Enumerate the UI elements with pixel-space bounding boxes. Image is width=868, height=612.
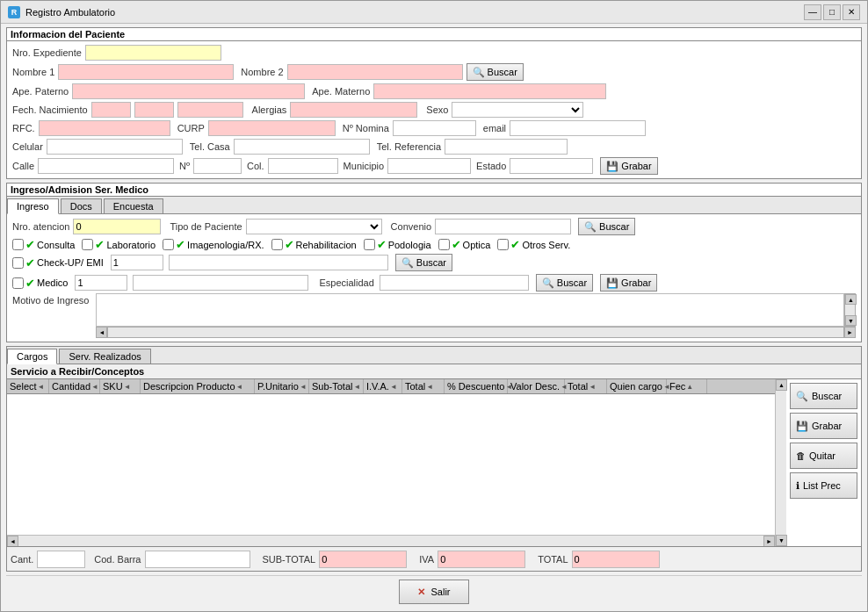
nro-atencion-input[interactable] — [73, 219, 161, 234]
nombre2-input[interactable] — [287, 64, 463, 80]
convenio-input[interactable] — [435, 219, 571, 234]
chk-medico[interactable] — [12, 277, 24, 289]
calle-input[interactable] — [38, 158, 174, 174]
fech-mes-input[interactable] — [134, 102, 174, 118]
th-total[interactable]: Total◄ — [402, 379, 445, 393]
th-cantidad[interactable]: Cantidad◄ — [49, 379, 100, 393]
chk-checkup[interactable] — [12, 257, 24, 269]
chk-podologia[interactable] — [364, 239, 375, 250]
th-sku[interactable]: SKU◄ — [100, 379, 141, 393]
grabar-patient-button[interactable]: 💾 Grabar — [600, 157, 657, 175]
hscroll-right-btn[interactable]: ► — [763, 536, 775, 546]
grabar-admission-button[interactable]: 💾 Grabar — [600, 274, 657, 292]
list-prec-button[interactable]: ℹ List Prec — [790, 472, 857, 499]
scroll-right-btn[interactable]: ► — [844, 327, 856, 338]
medico-num-input[interactable] — [75, 275, 127, 291]
tab-ingreso[interactable]: Ingreso — [7, 198, 59, 214]
th-valor-desc[interactable]: Valor Desc.◄ — [508, 379, 565, 393]
email-input[interactable] — [510, 120, 646, 136]
window-title: Registro Ambulatorio — [25, 7, 115, 18]
right-buttons-panel: 🔍 Buscar 💾 Grabar 🗑 Quitar ℹ — [786, 379, 861, 546]
rfc-input[interactable] — [39, 120, 170, 136]
nomina-input[interactable] — [393, 120, 476, 136]
chk-laboratorio[interactable] — [82, 239, 93, 250]
th-fec[interactable]: Fec▲ — [667, 379, 707, 393]
buscar-service-button[interactable]: 🔍 Buscar — [790, 383, 857, 409]
col-input[interactable] — [268, 158, 338, 174]
fech-nacimiento-label: Fech. Nacimiento — [12, 104, 88, 115]
tab-docs[interactable]: Docs — [61, 198, 102, 213]
alergias-input[interactable] — [290, 102, 417, 118]
th-subtotal[interactable]: Sub-Total◄ — [309, 379, 364, 393]
th-punitario[interactable]: P.Unitario◄ — [255, 379, 309, 393]
service-content: Servicio a Recibir/Conceptos Select◄ Can… — [7, 364, 861, 571]
ape-paterno-input[interactable] — [72, 83, 305, 99]
checkup-name-input[interactable] — [169, 255, 388, 270]
sexo-select[interactable]: Masculino Femenino — [452, 102, 583, 118]
th-descuento[interactable]: % Descuento◄ — [445, 379, 508, 393]
ape-materno-input[interactable] — [373, 83, 606, 99]
scroll-down-btn[interactable]: ▼ — [845, 315, 857, 326]
th-total2[interactable]: Total◄ — [565, 379, 607, 393]
buscar-convenio-button[interactable]: 🔍 Buscar — [578, 218, 635, 235]
nro-dir-input[interactable] — [193, 158, 242, 174]
quitar-button[interactable]: 🗑 Quitar — [790, 443, 857, 469]
fech-anio-input[interactable] — [177, 102, 243, 118]
tel-referencia-label: Tel. Referencia — [377, 141, 441, 152]
alergias-label: Alergias — [252, 104, 287, 115]
estado-input[interactable] — [510, 158, 593, 174]
tab-cargos[interactable]: Cargos — [7, 349, 57, 364]
tipo-paciente-label: Tipo de Paciente — [170, 221, 242, 232]
buscar-button[interactable]: 🔍 Buscar — [467, 63, 524, 81]
motivo-scrollbar-v[interactable]: ▲ ▼ — [844, 293, 856, 327]
total-input[interactable] — [572, 551, 660, 568]
motivo-textarea[interactable] — [96, 293, 844, 327]
medico-name-input[interactable] — [133, 275, 308, 291]
scroll-left-btn[interactable]: ◄ — [96, 327, 107, 338]
chk-consulta[interactable] — [12, 239, 24, 250]
main-window: R Registro Ambulatorio — □ ✕ Informacion… — [0, 0, 868, 612]
tipo-paciente-select[interactable] — [246, 219, 382, 234]
especialidad-input[interactable] — [380, 275, 529, 291]
grabar-service-button[interactable]: 💾 Grabar — [790, 413, 857, 439]
buscar-checkup-button[interactable]: 🔍 Buscar — [395, 254, 452, 271]
subtotal-input[interactable] — [319, 551, 407, 568]
tel-casa-input[interactable] — [234, 139, 370, 155]
search-icon2: 🔍 — [584, 220, 597, 233]
checkup-num-input[interactable] — [111, 255, 163, 270]
chk-imagenologia[interactable] — [163, 239, 174, 250]
close-button[interactable]: ✕ — [843, 4, 860, 20]
rfc-row: RFC. CURP Nº Nomina email — [12, 120, 856, 136]
municipio-input[interactable] — [387, 158, 471, 174]
th-select[interactable]: Select◄ — [7, 379, 49, 393]
title-bar: R Registro Ambulatorio — □ ✕ — [1, 1, 867, 24]
ape-materno-label: Ape. Materno — [312, 86, 370, 97]
hscroll-left-btn[interactable]: ◄ — [7, 536, 18, 546]
checkbox-imagenologia: ✔ Imagenologia/RX. — [163, 238, 264, 251]
salir-button[interactable]: ✕ Salir — [399, 580, 468, 604]
chk-rehabilitacion[interactable] — [271, 239, 283, 250]
tel-referencia-input[interactable] — [445, 139, 568, 155]
celular-input[interactable] — [47, 139, 183, 155]
curp-input[interactable] — [208, 120, 336, 136]
cod-barra-input[interactable] — [145, 551, 250, 568]
tab-serv-realizados[interactable]: Serv. Realizados — [59, 349, 150, 364]
iva-input[interactable] — [438, 551, 525, 568]
th-iva[interactable]: I.V.A.◄ — [364, 379, 402, 393]
nombre1-input[interactable] — [58, 64, 234, 80]
scroll-up-btn[interactable]: ▲ — [845, 294, 857, 305]
tab-encuesta[interactable]: Encuesta — [104, 198, 163, 213]
th-descripcion[interactable]: Descripcion Producto◄ — [141, 379, 255, 393]
buscar-medico-button[interactable]: 🔍 Buscar — [536, 274, 593, 292]
info-icon: ℹ — [796, 480, 799, 492]
maximize-button[interactable]: □ — [823, 4, 841, 20]
minimize-button[interactable]: — — [804, 4, 821, 20]
th-quien-cargo[interactable]: Quien cargo◄ — [607, 379, 667, 393]
nro-expediente-input[interactable] — [85, 45, 221, 61]
chk-otros[interactable] — [497, 239, 509, 250]
grabar-patient-label: Grabar — [621, 161, 651, 171]
chk-optica[interactable] — [438, 239, 450, 250]
especialidad-label: Especialidad — [319, 277, 373, 288]
cant-input[interactable] — [37, 551, 85, 568]
fech-dia-input[interactable] — [91, 102, 131, 118]
